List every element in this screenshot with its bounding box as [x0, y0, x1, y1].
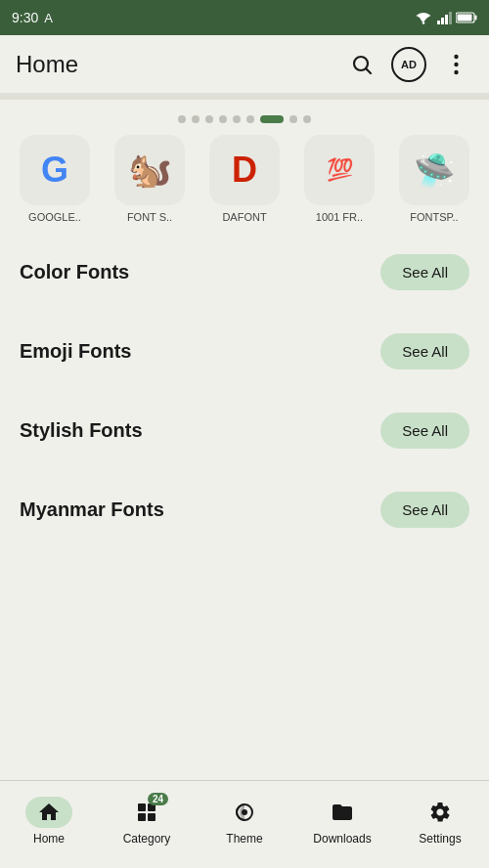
page-title: Home	[16, 51, 78, 78]
svg-rect-3	[445, 15, 448, 24]
fontspace-label: FONTSP..	[397, 211, 471, 223]
category-icon-wrap: 24	[123, 797, 170, 828]
color-fonts-row: Color Fonts See All	[0, 233, 489, 312]
settings-icon-wrap	[417, 797, 464, 828]
svg-rect-15	[138, 813, 146, 821]
svg-rect-7	[458, 15, 472, 22]
ad-badge[interactable]: AD	[391, 47, 426, 82]
search-button[interactable]	[344, 47, 379, 82]
myanmar-fonts-row: Myanmar Fonts See All	[0, 470, 489, 549]
wifi-icon	[415, 11, 432, 24]
dot-1	[178, 115, 186, 123]
color-fonts-see-all-button[interactable]: See All	[380, 254, 469, 290]
app-item-dafont[interactable]: D DAFONT	[205, 135, 284, 223]
dafont-label: DAFONT	[207, 211, 282, 223]
dafont-icon: D	[209, 135, 280, 205]
font-squirrel-label: FONT S..	[112, 211, 187, 223]
dot-7-active	[260, 115, 284, 123]
svg-rect-1	[437, 21, 440, 24]
svg-rect-16	[148, 813, 156, 821]
svg-point-0	[422, 22, 425, 24]
font-sections: Color Fonts See All Emoji Fonts See All …	[0, 223, 489, 559]
emoji-fonts-see-all-button[interactable]: See All	[380, 333, 469, 369]
downloads-nav-label: Downloads	[313, 832, 371, 846]
app-bar: Home AD	[0, 35, 489, 94]
1001fonts-icon: 💯	[304, 135, 375, 205]
carousel-dots	[0, 100, 489, 135]
stylish-fonts-see-all-button[interactable]: See All	[380, 412, 469, 449]
google-fonts-label: GOOGLE..	[18, 211, 92, 223]
bottom-navigation: Home 24 Category Theme	[0, 780, 489, 868]
emoji-fonts-title: Emoji Fonts	[20, 340, 131, 363]
myanmar-fonts-title: Myanmar Fonts	[20, 499, 164, 521]
downloads-icon	[331, 801, 354, 824]
dot-4	[219, 115, 227, 123]
status-bar: 9:30 A	[0, 0, 489, 35]
status-left: 9:30 A	[12, 10, 53, 25]
svg-line-9	[367, 68, 372, 73]
nav-item-home[interactable]: Home	[15, 797, 83, 846]
home-icon	[37, 801, 61, 824]
dot-8	[289, 115, 297, 123]
dot-9	[303, 115, 311, 123]
apps-row: G GOOGLE.. 🐿️ FONT S.. D DAFONT 💯 1001 F…	[0, 135, 489, 223]
svg-rect-13	[138, 803, 146, 811]
signal-icon	[436, 11, 452, 24]
app-bar-actions: AD	[344, 47, 473, 82]
theme-nav-label: Theme	[226, 832, 262, 846]
settings-icon	[428, 801, 452, 824]
fontspace-icon: 🛸	[399, 135, 469, 205]
downloads-icon-wrap	[319, 797, 366, 828]
font-squirrel-icon: 🐿️	[114, 135, 185, 205]
svg-rect-2	[441, 18, 444, 24]
dot-5	[233, 115, 241, 123]
dot-2	[192, 115, 200, 123]
nav-item-category[interactable]: 24 Category	[112, 797, 181, 846]
theme-icon	[233, 801, 256, 824]
svg-point-11	[454, 62, 458, 65]
settings-nav-label: Settings	[419, 832, 461, 846]
dot-6	[246, 115, 254, 123]
nav-item-downloads[interactable]: Downloads	[308, 797, 377, 846]
stylish-fonts-title: Stylish Fonts	[20, 419, 143, 442]
status-right	[415, 11, 477, 24]
app-item-fontspace[interactable]: 🛸 FONTSP..	[395, 135, 473, 223]
emoji-fonts-row: Emoji Fonts See All	[0, 312, 489, 391]
home-nav-label: Home	[33, 832, 65, 846]
svg-point-10	[454, 54, 458, 58]
app-item-font-squirrel[interactable]: 🐿️ FONT S..	[111, 135, 189, 223]
myanmar-fonts-see-all-button[interactable]: See All	[380, 492, 469, 528]
time-display: 9:30	[12, 10, 38, 25]
category-badge: 24	[148, 793, 168, 805]
dot-3	[205, 115, 213, 123]
svg-rect-4	[449, 12, 452, 24]
nav-item-theme[interactable]: Theme	[210, 797, 279, 846]
home-icon-wrap	[25, 797, 72, 828]
accessibility-icon: A	[44, 11, 53, 25]
stylish-fonts-row: Stylish Fonts See All	[0, 391, 489, 470]
google-fonts-icon: G	[20, 135, 90, 205]
1001fonts-label: 1001 FR..	[302, 211, 377, 223]
theme-icon-wrap	[221, 797, 268, 828]
svg-point-12	[454, 69, 458, 73]
app-item-1001fonts[interactable]: 💯 1001 FR..	[300, 135, 378, 223]
app-item-google-fonts[interactable]: G GOOGLE..	[16, 135, 94, 223]
color-fonts-title: Color Fonts	[20, 261, 129, 283]
battery-icon	[456, 12, 477, 23]
svg-rect-6	[475, 16, 477, 21]
more-options-button[interactable]	[438, 47, 473, 82]
nav-item-settings[interactable]: Settings	[406, 797, 474, 846]
category-nav-label: Category	[123, 832, 171, 846]
